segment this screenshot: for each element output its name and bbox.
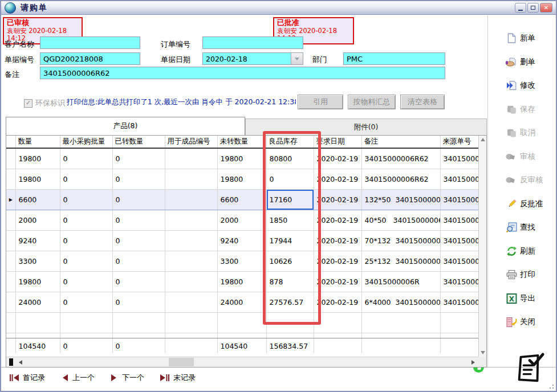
grid-cell[interactable]: 0 xyxy=(60,251,112,272)
row-indicator[interactable] xyxy=(6,251,15,272)
sidebar-button-export[interactable]: X 导出 xyxy=(505,292,556,305)
grid-cell-empty[interactable] xyxy=(112,313,165,333)
nav-next[interactable]: 下一个 xyxy=(110,373,144,383)
grid-cell[interactable]: 27576.57 xyxy=(266,292,314,313)
grid-cell[interactable]: 34015000 xyxy=(440,251,478,272)
hscroll-thumb[interactable] xyxy=(169,358,194,366)
grid-cell-empty[interactable] xyxy=(60,313,112,333)
sidebar-button-refresh[interactable]: 刷新 xyxy=(505,244,556,258)
grid-cell[interactable]: 3300 xyxy=(217,251,266,272)
row-indicator[interactable] xyxy=(6,210,15,231)
sidebar-button-print[interactable]: 打印 xyxy=(505,268,556,281)
grid-cell[interactable]: 6600 xyxy=(217,190,266,210)
resize-grip[interactable] xyxy=(548,383,554,389)
nav-last-record[interactable]: 末记录 xyxy=(160,373,196,383)
grid-cell[interactable]: 0 xyxy=(60,148,112,169)
sidebar-button-modify[interactable]: 修改 xyxy=(505,79,556,92)
grid-cell[interactable]: 34015000 xyxy=(440,169,478,190)
grid-column-header[interactable]: 备注 xyxy=(361,136,440,148)
grid-cell[interactable]: 0 xyxy=(112,292,165,313)
grid-cell[interactable] xyxy=(165,169,217,190)
grid-column-header[interactable]: 最小采购批量 xyxy=(60,136,112,148)
scroll-up-icon[interactable] xyxy=(481,138,485,141)
grid-cell[interactable]: 0 xyxy=(112,190,165,210)
clear-table-button[interactable]: 清空表格 xyxy=(400,95,445,109)
grid-cell-empty[interactable] xyxy=(6,313,15,333)
row-indicator[interactable] xyxy=(6,148,15,169)
grid-cell-empty[interactable] xyxy=(314,313,361,333)
grid-cell[interactable]: 9240 xyxy=(217,231,266,251)
grid-cell[interactable] xyxy=(165,190,217,210)
grid-cell[interactable]: 2020-02-19 xyxy=(314,210,361,231)
grid-cell[interactable]: 0 xyxy=(60,292,112,313)
grid-column-header[interactable]: 要求日期 xyxy=(314,136,361,148)
row-indicator[interactable]: ▶ xyxy=(6,190,15,210)
grid-cell[interactable] xyxy=(165,210,217,231)
nav-first-record[interactable]: 首记录 xyxy=(9,373,45,383)
customer-name-field[interactable] xyxy=(40,36,140,49)
summarize-by-material-button[interactable]: 按物料汇总 xyxy=(348,95,396,109)
grid-cell[interactable]: 34015000006R62 xyxy=(361,148,440,169)
sidebar-button-cancel[interactable]: 取消 xyxy=(505,126,556,140)
grid-column-header[interactable]: 已转数量 xyxy=(112,136,165,148)
scroll-right-icon[interactable] xyxy=(471,360,475,365)
grid-cell[interactable]: 0 xyxy=(112,210,165,231)
grid-cell[interactable] xyxy=(165,148,217,169)
grid-cell-empty[interactable] xyxy=(266,313,314,333)
grid-cell[interactable]: 2020-02-19 xyxy=(314,251,361,272)
grid-cell[interactable]: 2020-02-19 xyxy=(314,169,361,190)
grid-cell[interactable]: 2020-02-19 xyxy=(314,190,361,210)
grid-cell[interactable]: 2000 xyxy=(217,210,266,231)
grid-cell[interactable] xyxy=(165,231,217,251)
scroll-left-icon[interactable] xyxy=(19,360,22,365)
order-no-field[interactable] xyxy=(202,36,303,49)
grid-cell[interactable]: 34015000 xyxy=(440,190,478,210)
grid-cell[interactable]: 25*132 34015000006R xyxy=(361,251,440,272)
row-indicator[interactable] xyxy=(6,292,15,313)
grid-cell[interactable] xyxy=(165,272,217,292)
grid-cell[interactable]: 34015000006R xyxy=(361,272,440,292)
grid-cell[interactable]: 19800 xyxy=(15,148,60,169)
doc-date-dropdown-button[interactable] xyxy=(291,53,303,64)
grid-cell[interactable]: 34015000006R62 xyxy=(361,169,440,190)
doc-no-field[interactable] xyxy=(40,52,140,65)
grid-cell[interactable]: 0 xyxy=(60,190,112,210)
sidebar-button-close[interactable]: 关闭 xyxy=(505,315,556,329)
grid-cell[interactable] xyxy=(165,292,217,313)
grid-cell[interactable]: 3300 xyxy=(15,251,60,272)
tab-attachments[interactable]: 附件(0) xyxy=(245,119,487,135)
grid-cell[interactable]: 9240 xyxy=(15,231,60,251)
grid-cell[interactable]: 1850 xyxy=(266,210,314,231)
doc-date-combo[interactable]: 2020-02-18 xyxy=(202,52,303,65)
grid-column-header[interactable]: 未转数量 xyxy=(217,136,266,148)
grid-cell[interactable]: 6*4000 34015000006R xyxy=(361,292,440,313)
close-button[interactable]: ✕ xyxy=(540,3,552,13)
sidebar-button-new[interactable]: 新单 xyxy=(505,31,556,45)
sidebar-button-find[interactable]: 查找 xyxy=(505,220,556,234)
tab-products[interactable]: 产品(8) xyxy=(6,117,245,135)
grid-cell[interactable]: 132*50 34015000006R xyxy=(361,190,440,210)
grid-cell[interactable]: 24000 xyxy=(217,292,266,313)
sidebar-button-delete[interactable]: 删单 xyxy=(505,55,556,69)
sidebar-button-unaudit[interactable]: 反审核 xyxy=(505,173,556,187)
grid-cell[interactable]: 24000 xyxy=(15,292,60,313)
grid-column-header[interactable]: 用于成品编号 xyxy=(165,136,217,148)
grid-cell[interactable]: 19800 xyxy=(217,148,266,169)
grid-cell[interactable]: 19800 xyxy=(217,272,266,292)
grid-cell[interactable]: 80800 xyxy=(266,148,314,169)
grid-cell[interactable]: 2000 xyxy=(15,210,60,231)
grid-cell[interactable] xyxy=(165,251,217,272)
grid-column-header[interactable]: 良品库存 xyxy=(266,136,314,148)
reference-button[interactable]: 引用 xyxy=(298,95,343,109)
grid-cell[interactable]: 6600 xyxy=(15,190,60,210)
horizontal-scrollbar[interactable] xyxy=(6,357,478,367)
grid-cell[interactable]: 19800 xyxy=(217,169,266,190)
sidebar-button-audit[interactable]: 审核 xyxy=(505,150,556,164)
grid-cell[interactable]: 2020-02-19 xyxy=(314,292,361,313)
grid-cell[interactable]: 0 xyxy=(60,231,112,251)
grid-cell[interactable]: 2020-02-19 xyxy=(314,231,361,251)
scroll-down-icon[interactable] xyxy=(481,351,485,354)
grid-cell-empty[interactable] xyxy=(217,313,266,333)
row-indicator[interactable] xyxy=(6,231,15,251)
grid-cell[interactable]: 40*50 34015000006R xyxy=(361,210,440,231)
